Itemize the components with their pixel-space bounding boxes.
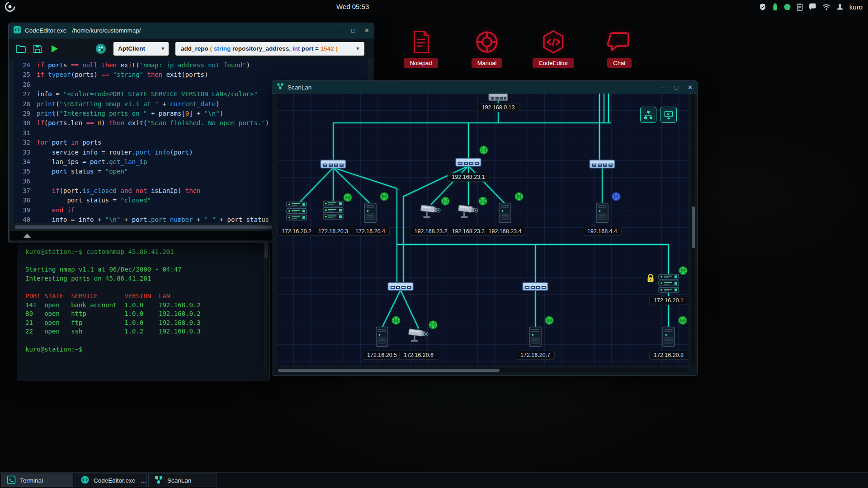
username[interactable]: kuro (849, 3, 863, 11)
tower-device-icon[interactable] (363, 202, 377, 223)
os-logo-icon[interactable] (5, 1, 15, 12)
code-editor-app-icon (13, 26, 21, 36)
expand-arrow-icon[interactable] (24, 234, 31, 238)
chevron-down-icon: ▾ (356, 46, 359, 52)
tower-device-icon[interactable] (375, 326, 389, 347)
tower-device-icon[interactable] (498, 202, 512, 223)
terminal-line (25, 336, 262, 345)
minimize-button[interactable]: – (339, 27, 342, 34)
terminal-output[interactable]: kuro@station:~$ customnmap 45.86.41.201 … (25, 248, 262, 376)
chat-bubble-icon[interactable] (809, 3, 816, 10)
device-ip-label: 172.16.20.6 (399, 351, 438, 360)
terminal-scrollbar[interactable] (264, 241, 268, 375)
device-ip-label: 172.16.20.7 (516, 351, 555, 360)
internet-globe-icon[interactable] (392, 316, 401, 325)
aptclient-icon[interactable] (95, 43, 107, 55)
device-ip-label: 172.16.20.5 (363, 351, 401, 360)
run-button[interactable] (47, 42, 61, 56)
function-signature: add_repo ( string repository_address, in… (181, 45, 338, 52)
topbar: Wed 05:53 kuro (0, 0, 868, 14)
switch-device-icon[interactable] (589, 159, 615, 169)
internet-globe-icon[interactable] (479, 145, 489, 155)
internet-globe-icon[interactable] (514, 192, 524, 202)
taskbar-tab-scanlan[interactable]: ScanLan (148, 474, 217, 487)
desktop-icon-notepad[interactable]: Notepad (394, 29, 448, 68)
map-hscrollbar[interactable] (277, 368, 688, 372)
device-ip-label: 192.168.23.3 (448, 227, 490, 236)
internet-globe-icon[interactable] (380, 192, 389, 202)
terminal-line: 141 open bank_account 1.0.0 192.168.0.2 (25, 301, 262, 310)
desktop-icon-codeeditor[interactable]: CodeEditor (526, 29, 580, 68)
open-file-button[interactable] (14, 42, 28, 56)
device-ip-label: 172.16.20.1 (649, 296, 688, 305)
server-device-icon[interactable] (286, 202, 307, 221)
user-avatar-icon[interactable] (836, 3, 844, 10)
terminal-window: kuro@station:~$ customnmap 45.86.41.201 … (17, 235, 270, 380)
save-file-button[interactable] (31, 42, 44, 56)
minimize-button[interactable]: – (662, 84, 665, 91)
network-map[interactable]: 192.168.0.13192.168.23.1172.16.20.2172.1… (277, 94, 688, 366)
tower-device-icon[interactable] (528, 326, 542, 347)
taskbar-tab-codeeditor[interactable]: CodeEditor.exe - ... (75, 474, 147, 487)
scanlan-app-icon (277, 83, 284, 92)
terminal-line: PORT STATE SERVICE VERSION LAN (25, 292, 262, 301)
wifi-icon[interactable] (822, 4, 830, 10)
shield-icon[interactable] (759, 3, 766, 11)
code-editor-titlebar[interactable]: CodeEditor.exe - /home/kuro/customnmap/ … (9, 23, 374, 38)
device-ip-label: 192.168.23.4 (484, 227, 526, 236)
server-device-icon[interactable] (658, 274, 679, 293)
close-button[interactable]: ✕ (364, 27, 369, 34)
taskbar: Terminal CodeEditor.exe - ... ScanLan (0, 472, 868, 488)
clipboard-icon[interactable] (797, 3, 803, 11)
terminal-line (25, 283, 262, 292)
switch-device-icon[interactable] (488, 94, 508, 102)
codeeditor-tab-icon (80, 475, 90, 486)
chevron-down-icon: ▾ (161, 46, 164, 52)
desktop-icon-label: Manual (472, 58, 503, 68)
switch-device-icon[interactable] (387, 281, 414, 292)
battery-icon[interactable] (772, 3, 778, 11)
remote-screen-button[interactable] (660, 107, 677, 123)
code-line: 24if ports == null then exit("nmap: ip a… (14, 61, 368, 70)
internet-globe-icon[interactable] (612, 192, 621, 202)
internet-globe-icon[interactable] (343, 193, 353, 202)
terminal-line: 80 open http 1.0.0 192.168.0.2 (25, 310, 262, 319)
maximize-button[interactable]: □ (351, 27, 355, 34)
switch-device-icon[interactable] (455, 157, 481, 168)
camera-device-icon[interactable] (458, 203, 479, 219)
tab-label: CodeEditor.exe - ... (94, 477, 146, 484)
desktop: Wed 05:53 kuro (0, 0, 868, 488)
internet-globe-icon[interactable] (678, 316, 688, 325)
device-ip-label: 172.16.20.2 (277, 227, 316, 236)
tower-device-icon[interactable] (662, 326, 675, 347)
device-ip-label: 172.16.20.3 (314, 227, 353, 236)
notepad-icon (408, 29, 434, 55)
library-dropdown[interactable]: AptClient ▾ (113, 42, 169, 56)
desktop-icon-manual[interactable]: Manual (460, 29, 514, 68)
codeeditor-icon (540, 29, 566, 55)
maximize-button[interactable]: □ (675, 84, 678, 91)
close-button[interactable]: ✕ (688, 84, 693, 91)
switch-device-icon[interactable] (320, 159, 346, 169)
internet-globe-icon[interactable] (478, 197, 488, 206)
camera-device-icon[interactable] (408, 327, 429, 343)
scanlan-window: ScanLan – □ ✕ 192.168.0.13192.168.23.117… (272, 80, 698, 376)
camera-device-icon[interactable] (420, 203, 442, 219)
internet-globe-icon[interactable] (429, 320, 438, 330)
server-device-icon[interactable] (323, 201, 344, 220)
desktop-icon-chat[interactable]: Chat (592, 29, 646, 68)
map-vscrollbar[interactable] (691, 94, 695, 366)
system-tray: kuro (759, 0, 863, 14)
scanlan-titlebar[interactable]: ScanLan – □ ✕ (272, 81, 697, 94)
tower-device-icon[interactable] (595, 202, 609, 223)
internet-globe-icon[interactable] (679, 266, 688, 276)
status-dot-icon[interactable] (784, 4, 791, 10)
internet-globe-icon[interactable] (441, 197, 450, 206)
internet-globe-icon[interactable] (545, 316, 554, 325)
switch-device-icon[interactable] (522, 281, 548, 292)
taskbar-tab-terminal[interactable]: Terminal (1, 474, 73, 487)
terminal-line: kuro@station:~$ (25, 345, 262, 354)
topology-view-button[interactable] (640, 107, 656, 123)
desktop-icon-label: CodeEditor (533, 58, 574, 68)
function-signature-dropdown[interactable]: add_repo ( string repository_address, in… (175, 42, 364, 56)
